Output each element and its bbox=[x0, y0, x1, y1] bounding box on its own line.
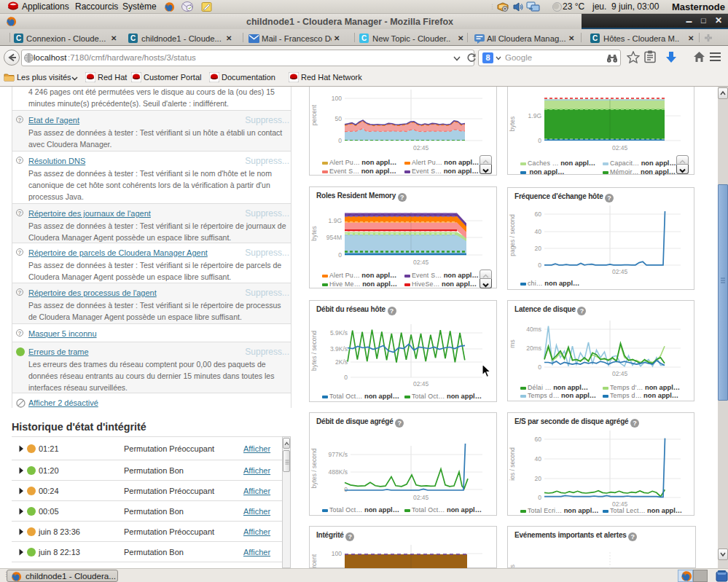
svg-text:bytes: bytes bbox=[310, 226, 318, 240]
svg-text:bytes / second: bytes / second bbox=[310, 331, 318, 371]
svg-text:0: 0 bbox=[344, 374, 348, 381]
svg-text:02:45: 02:45 bbox=[413, 380, 429, 387]
svg-text:2K/s: 2K/s bbox=[335, 358, 348, 366]
svg-text:bytes / second: bytes / second bbox=[310, 448, 318, 488]
svg-text:50: 50 bbox=[335, 115, 343, 122]
svg-text:percent: percent bbox=[310, 104, 318, 125]
svg-text:0: 0 bbox=[338, 251, 342, 259]
svg-text:60: 60 bbox=[535, 211, 542, 218]
svg-text:ms: ms bbox=[509, 339, 516, 347]
svg-text:100: 100 bbox=[332, 550, 342, 557]
svg-text:s: s bbox=[509, 565, 516, 567]
svg-text:02:45: 02:45 bbox=[612, 144, 628, 152]
svg-text:20ms: 20ms bbox=[526, 345, 541, 352]
svg-text:02:45: 02:45 bbox=[413, 494, 429, 501]
svg-text:0: 0 bbox=[538, 494, 541, 501]
svg-text:977K/s: 977K/s bbox=[329, 451, 348, 458]
svg-text:02:45: 02:45 bbox=[612, 370, 628, 377]
svg-text:3.9K/s: 3.9K/s bbox=[330, 345, 348, 353]
svg-text:40ms: 40ms bbox=[526, 326, 541, 333]
svg-text:0: 0 bbox=[538, 261, 541, 269]
svg-text:1.9G: 1.9G bbox=[528, 112, 541, 119]
svg-text:0: 0 bbox=[344, 486, 348, 493]
svg-text:40: 40 bbox=[535, 228, 542, 235]
svg-text:02:45: 02:45 bbox=[612, 500, 628, 506]
svg-text:0: 0 bbox=[338, 137, 342, 144]
svg-text:0: 0 bbox=[538, 137, 541, 144]
svg-text:1.9G: 1.9G bbox=[329, 217, 342, 224]
svg-text:ios / second: ios / second bbox=[509, 447, 516, 481]
svg-text:5.9K/s: 5.9K/s bbox=[330, 329, 348, 337]
svg-text:954M: 954M bbox=[326, 234, 342, 241]
svg-text:pages / second: pages / second bbox=[509, 214, 516, 256]
svg-text:02:45: 02:45 bbox=[413, 144, 429, 152]
svg-text:488K/s: 488K/s bbox=[329, 468, 348, 476]
svg-text:40: 40 bbox=[535, 455, 542, 463]
svg-text:02:45: 02:45 bbox=[413, 259, 429, 266]
svg-text:20: 20 bbox=[535, 245, 542, 252]
svg-text:20: 20 bbox=[535, 475, 542, 482]
svg-text:0: 0 bbox=[538, 363, 541, 371]
svg-text:60: 60 bbox=[535, 436, 542, 443]
svg-text:percent: percent bbox=[310, 554, 318, 568]
svg-text:100: 100 bbox=[332, 95, 342, 102]
svg-text:bytes: bytes bbox=[509, 117, 516, 131]
svg-text:02:45: 02:45 bbox=[612, 268, 628, 274]
